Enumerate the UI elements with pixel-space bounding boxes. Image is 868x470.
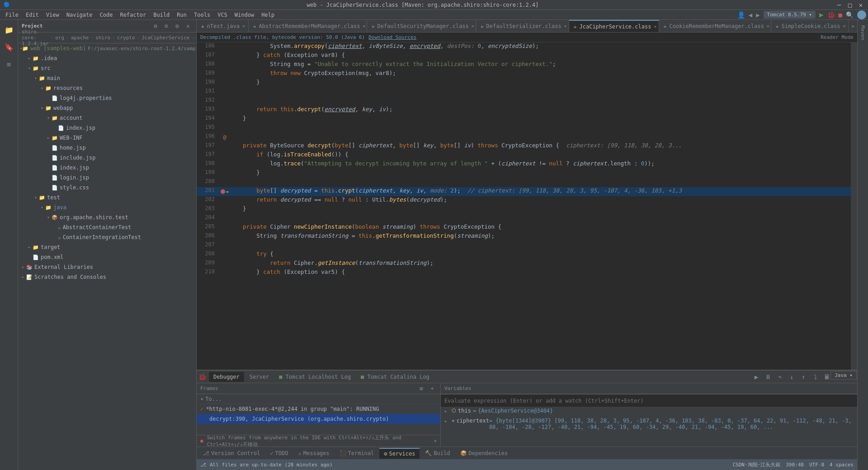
tree-item-main[interactable]: ▾ 📁 main [18,73,196,83]
tab-close-btn[interactable]: ✕ [654,24,656,29]
reader-mode-link[interactable]: Reader Mode [821,34,854,40]
frame-item-0[interactable]: ✓ *http-nio-8081-exec-4*@2,244 in group … [197,404,440,414]
step-over-btn[interactable]: ↷ [775,372,785,382]
run-config[interactable]: Tomcat 8.5.79 ▾ [764,11,816,19]
tree-item-idea[interactable]: ▸ 📁 .idea [18,53,196,63]
tree-item-index-jsp[interactable]: 📄 index.jsp [18,123,196,133]
tool-tab-vcs[interactable]: ⎇ Version Control [198,448,264,458]
tab-defaultserializer[interactable]: ☕ DefaultSerializer.class ✕ [476,20,569,32]
tab-jcacipher[interactable]: ☕ JcaCipherService.class ✕ [569,20,659,32]
tool-tab-todo[interactable]: ✓ TODO [265,448,292,458]
filter-btn[interactable]: ⊞ [417,384,426,393]
tree-item-src[interactable]: ▾ 📁 src [18,63,196,73]
menu-help[interactable]: Help [258,11,278,19]
tool-tab-terminal[interactable]: ⬛ Terminal [335,448,379,458]
tab-close-btn[interactable]: ✕ [363,24,366,28]
tool-tab-deps[interactable]: 📦 Dependencies [456,448,513,458]
tree-item-test[interactable]: ▾ 📁 test [18,193,196,202]
stop-btn[interactable]: ■ [839,11,842,19]
tree-item-pom[interactable]: 📄 pom.xml [18,252,196,262]
right-scrollbar[interactable] [851,42,857,370]
tree-item-container-test[interactable]: ☕ ContainerIntegrationTest [18,232,196,242]
tool-tab-services[interactable]: ⚙ Services [379,448,420,459]
search-btn[interactable]: 🔍 [846,11,854,19]
run-to-cursor-btn[interactable]: ⤵ [810,372,820,382]
tree-item-scratches[interactable]: ▸ 📝 Scratches and Consoles [18,272,196,282]
menu-navigate[interactable]: Navigate [63,11,96,19]
tree-item-include[interactable]: 📄 include.jsp [18,153,196,163]
tree-item-web[interactable]: ▾ 📁 web [samples-web] F:/javasec-env/shi… [18,43,196,53]
menu-run[interactable]: Run [173,11,190,19]
tree-item-index2[interactable]: 📄 index.jsp [18,163,196,173]
var-item-this[interactable]: ▸ ⬡ this = {AesCipherService@3404} [441,407,857,417]
tool-tab-messages[interactable]: ⚠ Messages [294,448,334,458]
frame-item-1[interactable]: decrypt:390, JcaCipherService (org.apach… [197,414,440,424]
filter-add-btn[interactable]: + [428,384,437,393]
tree-item-java[interactable]: ▾ 📁 java [18,202,196,212]
var-expand-btn[interactable]: ▸ [444,408,452,414]
step-into-btn[interactable]: ↓ [787,372,797,382]
menu-refactor[interactable]: Refactor [116,11,150,19]
tree-item-login[interactable]: 📄 login.jsp [18,173,196,183]
tab-abstractremember[interactable]: ☕ AbstractRememberMeManager.class ✕ [249,20,367,32]
pause-btn[interactable]: ⏸ [763,372,773,382]
menu-view[interactable]: View [42,11,63,19]
tab-close-btn[interactable]: ✕ [472,24,474,28]
tree-item-orgpackage[interactable]: ▾ 📦 org.apache.shiro.test [18,212,196,222]
var-item-ciphertext[interactable]: ▸ ◈ ciphertext = {byte[1344]@3907} [99, … [441,417,857,431]
bottom-tab-server[interactable]: Server [245,372,274,382]
minimize-btn[interactable]: ─ [835,1,843,9]
expression-input[interactable] [444,398,854,404]
toolbar-icon-2[interactable]: ◀ [749,11,752,19]
tab-simplecookie[interactable]: ☕ SimpleCookie.class ✕ [771,20,849,32]
menu-tools[interactable]: Tools [190,11,214,19]
tab-more-btn[interactable]: » [849,20,857,32]
tree-item-log4j[interactable]: 📄 log4j.properties [18,93,196,103]
project-close-btn[interactable]: ✕ [184,22,193,31]
download-sources-link[interactable]: Download Sources [368,34,416,40]
bottom-tab-debugger[interactable]: Debugger [209,372,244,382]
bottom-tab-tomcat-cat[interactable]: ■ Tomcat Catalina Log [356,372,434,382]
notification-close-btn[interactable]: ✕ [434,438,437,444]
tree-item-extlibs[interactable]: ▸ 📚 External Libraries [18,262,196,272]
debug-btn[interactable]: 🐞 [827,11,835,19]
tab-defaultsecurity[interactable]: ☕ DefaultSecurityManager.class ✕ [367,20,476,32]
project-expand-btn[interactable]: ≡ [162,22,171,31]
tab-close-btn[interactable]: ✕ [242,24,245,28]
tab-close-btn[interactable]: ✕ [564,24,567,28]
menu-vcs[interactable]: VCS [214,11,231,19]
run-btn[interactable]: ▶ [819,10,824,19]
tree-item-account[interactable]: ▾ 📁 account [18,113,196,123]
menu-code[interactable]: Code [96,11,117,19]
tab-close-btn[interactable]: ✕ [767,24,769,28]
tab-ntest[interactable]: ☕ nTest.java ✕ [197,20,249,32]
structure-sidebar-btn[interactable]: ≡ [1,56,17,72]
tree-item-abstract-test[interactable]: ☕ AbstractContainerTest [18,222,196,232]
var-expand-btn[interactable]: ▸ [444,418,452,423]
project-sidebar-btn[interactable]: 📁 [1,22,17,38]
maven-label[interactable]: Maven [859,22,867,44]
tree-item-home[interactable]: 📄 home.jsp [18,143,196,153]
tree-item-style[interactable]: 📄 style.css [18,183,196,193]
menu-file[interactable]: File [2,11,22,19]
tree-item-resources[interactable]: ▾ 📁 resources [18,83,196,93]
toolbar-icon-1[interactable]: 👤 [737,11,745,19]
toolbar-icon-3[interactable]: ▶ [756,11,760,19]
project-gear-btn[interactable]: ⚙ [151,22,160,31]
tree-item-webapp[interactable]: ▾ 📁 webapp [18,103,196,113]
tree-item-target[interactable]: ▸ 📁 target [18,242,196,252]
tab-cookieremember[interactable]: ☕ CookieRememberMeManager.class ✕ [659,20,771,32]
bottom-tab-tomcat-local[interactable]: ■ Tomcat Localhost Log [274,372,355,382]
resume-btn[interactable]: ▶ [751,372,761,382]
step-out-btn[interactable]: ↑ [798,372,808,382]
tree-item-webinf[interactable]: ▸ 📁 WEB-INF [18,133,196,143]
tab-close-btn[interactable]: ✕ [843,24,845,28]
project-settings-btn[interactable]: ⚙ [173,22,182,31]
menu-edit[interactable]: Edit [22,11,42,19]
menu-window[interactable]: Window [231,11,258,19]
close-btn[interactable]: ✕ [857,1,864,9]
maximize-btn[interactable]: □ [846,1,854,9]
tool-tab-build[interactable]: 🔨 Build [420,448,454,458]
bookmark-sidebar-btn[interactable]: 🔖 [1,39,17,55]
menu-build[interactable]: Build [150,11,173,19]
